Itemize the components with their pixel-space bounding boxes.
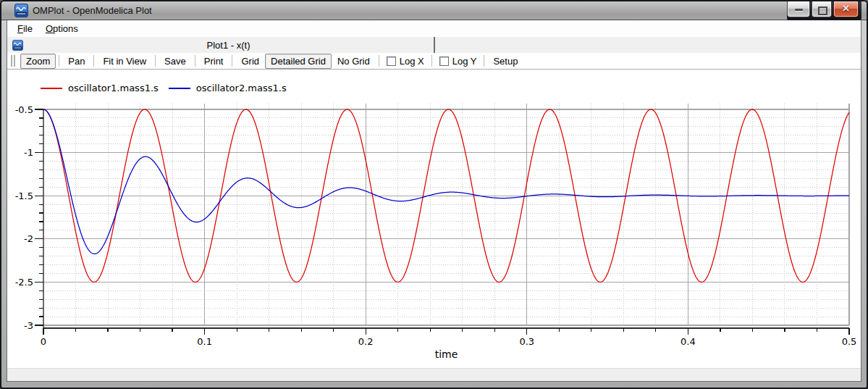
- tab-plot1[interactable]: Plot1 - x(t): [9, 37, 435, 53]
- menu-item-options[interactable]: Options: [39, 21, 85, 36]
- omplot-window: OMPlot - OpenModelica Plot ✕ File Option…: [0, 0, 868, 389]
- toolbar-separator: [93, 55, 94, 67]
- legend-swatch-blue: [169, 88, 190, 89]
- close-button[interactable]: ✕: [833, 1, 859, 17]
- toolbar-separator: [431, 55, 432, 67]
- svg-text:-3: -3: [24, 320, 33, 331]
- status-bar: [7, 368, 861, 382]
- svg-text:-0.5: -0.5: [15, 104, 33, 115]
- legend-item-oscillator2: oscillator2.mass1.s: [169, 83, 287, 93]
- toolbar-separator: [155, 55, 156, 67]
- detailed-grid-button[interactable]: Detailed Grid: [265, 54, 332, 69]
- no-grid-button[interactable]: No Grid: [332, 54, 376, 69]
- svg-text:-1.5: -1.5: [15, 191, 33, 201]
- legend: oscillator1.mass1.s oscillator2.mass1.s: [41, 83, 287, 93]
- toolbar-separator: [379, 55, 379, 67]
- legend-item-oscillator1: oscillator1.mass1.s: [41, 83, 159, 93]
- titlebar[interactable]: OMPlot - OpenModelica Plot ✕: [1, 1, 867, 20]
- fit-in-view-button[interactable]: Fit in View: [97, 54, 152, 69]
- toolbar-separator: [484, 55, 484, 67]
- zoom-button[interactable]: Zoom: [20, 54, 56, 69]
- legend-label: oscillator1.mass1.s: [68, 83, 159, 93]
- tab-bar: Plot1 - x(t): [7, 37, 861, 53]
- toolbar-separator: [59, 55, 59, 67]
- client-area: File Options Plot1 - x(t) Zoom Pan Fit i…: [7, 20, 861, 382]
- pan-button[interactable]: Pan: [62, 54, 90, 69]
- toolbar: Zoom Pan Fit in View Save Print Grid Det…: [7, 53, 861, 70]
- x-axis-label: time: [43, 348, 849, 360]
- svg-text:-2.5: -2.5: [15, 277, 33, 288]
- svg-text:0.5: 0.5: [842, 336, 857, 347]
- log-y-checkbox[interactable]: Log Y: [435, 56, 481, 67]
- minimize-button[interactable]: [787, 1, 810, 17]
- plot-canvas[interactable]: 00.10.20.30.40.5-0.5-1-1.5-2-2.5-3: [7, 70, 861, 368]
- menu-item-file[interactable]: File: [11, 21, 39, 36]
- maximize-button[interactable]: [812, 1, 832, 17]
- setup-button[interactable]: Setup: [487, 54, 523, 69]
- checkbox-icon: [439, 57, 449, 66]
- maximize-icon: [818, 7, 827, 15]
- window-title: OMPlot - OpenModelica Plot: [33, 5, 152, 16]
- toolbar-grip[interactable]: [11, 55, 16, 67]
- log-x-checkbox[interactable]: Log X: [382, 56, 429, 67]
- omplot-app-icon: [14, 4, 28, 17]
- tab-plot-icon: [12, 40, 23, 51]
- toolbar-separator: [232, 55, 232, 67]
- svg-text:0.4: 0.4: [681, 336, 696, 347]
- print-button[interactable]: Print: [198, 54, 229, 69]
- tab-label: Plot1 - x(t): [23, 40, 434, 51]
- close-icon: ✕: [834, 3, 858, 14]
- legend-label: oscillator2.mass1.s: [196, 83, 287, 93]
- svg-text:-2: -2: [24, 233, 33, 244]
- minimize-icon: [795, 9, 803, 11]
- window-buttons: ✕: [787, 1, 859, 17]
- grid-button[interactable]: Grid: [235, 54, 265, 69]
- toolbar-separator: [195, 55, 195, 67]
- save-button[interactable]: Save: [159, 54, 192, 69]
- svg-text:-1: -1: [24, 147, 33, 158]
- svg-text:0.3: 0.3: [519, 336, 534, 347]
- legend-swatch-red: [41, 88, 62, 89]
- svg-text:0.2: 0.2: [358, 336, 374, 347]
- checkbox-icon: [387, 57, 396, 66]
- svg-text:0: 0: [41, 336, 46, 347]
- menubar: File Options: [7, 20, 861, 37]
- svg-text:0.1: 0.1: [197, 336, 212, 347]
